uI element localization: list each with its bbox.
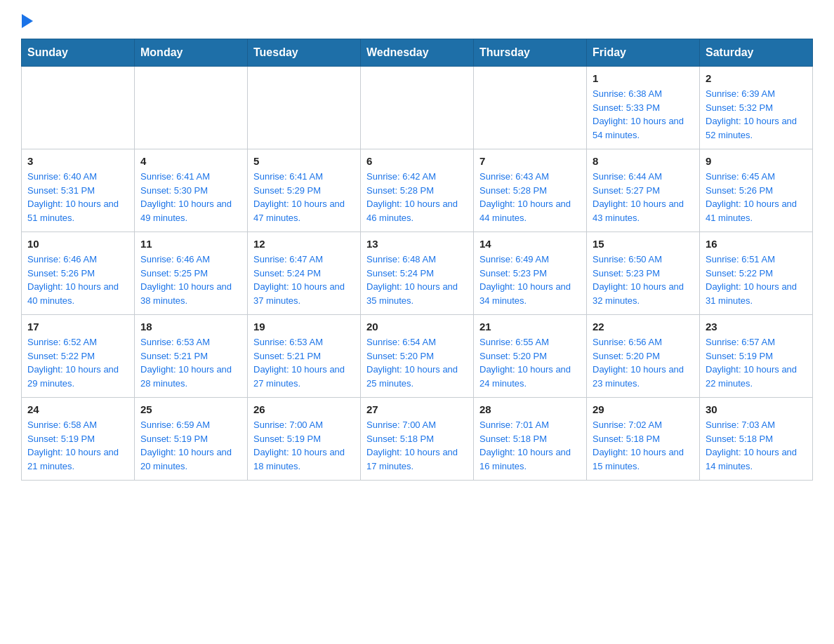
day-number: 27 [366, 403, 468, 415]
sun-info: Sunrise: 7:02 AMSunset: 5:18 PMDaylight:… [593, 418, 694, 473]
calendar-week-2: 3Sunrise: 6:40 AMSunset: 5:31 PMDaylight… [22, 149, 813, 232]
header-thursday: Thursday [474, 39, 587, 67]
calendar-cell: 10Sunrise: 6:46 AMSunset: 5:26 PMDayligh… [22, 232, 135, 315]
sun-info: Sunrise: 6:47 AMSunset: 5:24 PMDaylight:… [253, 253, 355, 307]
calendar-cell: 2Sunrise: 6:39 AMSunset: 5:32 PMDaylight… [700, 67, 813, 149]
sun-info: Sunrise: 6:50 AMSunset: 5:23 PMDaylight:… [593, 253, 694, 307]
header-monday: Monday [135, 39, 248, 67]
day-number: 2 [706, 72, 807, 84]
sun-info: Sunrise: 6:41 AMSunset: 5:30 PMDaylight:… [140, 170, 241, 224]
sun-info: Sunrise: 6:56 AMSunset: 5:20 PMDaylight:… [593, 335, 694, 390]
sun-info: Sunrise: 6:44 AMSunset: 5:27 PMDaylight:… [593, 170, 694, 224]
sun-info: Sunrise: 6:57 AMSunset: 5:19 PMDaylight:… [706, 335, 807, 390]
calendar-cell: 30Sunrise: 7:03 AMSunset: 5:18 PMDayligh… [700, 398, 813, 481]
calendar-cell: 20Sunrise: 6:54 AMSunset: 5:20 PMDayligh… [361, 315, 474, 398]
day-number: 15 [593, 238, 694, 250]
day-number: 30 [706, 403, 807, 415]
calendar-cell: 26Sunrise: 7:00 AMSunset: 5:19 PMDayligh… [248, 398, 361, 481]
calendar-cell: 24Sunrise: 6:58 AMSunset: 5:19 PMDayligh… [22, 398, 135, 481]
day-number: 19 [253, 321, 355, 333]
calendar-cell: 21Sunrise: 6:55 AMSunset: 5:20 PMDayligh… [474, 315, 587, 398]
calendar-cell: 18Sunrise: 6:53 AMSunset: 5:21 PMDayligh… [135, 315, 248, 398]
sun-info: Sunrise: 7:03 AMSunset: 5:18 PMDaylight:… [706, 418, 807, 473]
calendar-cell: 29Sunrise: 7:02 AMSunset: 5:18 PMDayligh… [587, 398, 700, 481]
calendar-cell: 6Sunrise: 6:42 AMSunset: 5:28 PMDaylight… [361, 149, 474, 232]
calendar-cell: 23Sunrise: 6:57 AMSunset: 5:19 PMDayligh… [700, 315, 813, 398]
day-number: 14 [479, 238, 581, 250]
day-number: 24 [27, 403, 128, 415]
calendar-cell: 17Sunrise: 6:52 AMSunset: 5:22 PMDayligh… [22, 315, 135, 398]
day-number: 16 [706, 238, 807, 250]
sun-info: Sunrise: 7:00 AMSunset: 5:18 PMDaylight:… [366, 418, 468, 473]
calendar-cell: 8Sunrise: 6:44 AMSunset: 5:27 PMDaylight… [587, 149, 700, 232]
svg-marker-0 [22, 14, 33, 28]
header-tuesday: Tuesday [248, 39, 361, 67]
day-number: 4 [140, 155, 241, 167]
day-number: 12 [253, 238, 355, 250]
day-number: 26 [253, 403, 355, 415]
day-number: 9 [706, 155, 807, 167]
calendar-cell: 4Sunrise: 6:41 AMSunset: 5:30 PMDaylight… [135, 149, 248, 232]
header-saturday: Saturday [700, 39, 813, 67]
sun-info: Sunrise: 6:52 AMSunset: 5:22 PMDaylight:… [27, 335, 128, 390]
sun-info: Sunrise: 6:46 AMSunset: 5:26 PMDaylight:… [27, 253, 128, 307]
sun-info: Sunrise: 6:53 AMSunset: 5:21 PMDaylight:… [140, 335, 241, 390]
calendar-cell: 1Sunrise: 6:38 AMSunset: 5:33 PMDaylight… [587, 67, 700, 149]
page-header [21, 14, 813, 26]
day-number: 20 [366, 321, 468, 333]
day-number: 25 [140, 403, 241, 415]
sun-info: Sunrise: 7:01 AMSunset: 5:18 PMDaylight:… [479, 418, 581, 473]
sun-info: Sunrise: 6:39 AMSunset: 5:32 PMDaylight:… [706, 87, 807, 142]
calendar-cell: 25Sunrise: 6:59 AMSunset: 5:19 PMDayligh… [135, 398, 248, 481]
day-number: 17 [27, 321, 128, 333]
calendar-cell: 13Sunrise: 6:48 AMSunset: 5:24 PMDayligh… [361, 232, 474, 315]
day-number: 6 [366, 155, 468, 167]
calendar-table: SundayMondayTuesdayWednesdayThursdayFrid… [21, 39, 813, 481]
sun-info: Sunrise: 6:45 AMSunset: 5:26 PMDaylight:… [706, 170, 807, 224]
sun-info: Sunrise: 7:00 AMSunset: 5:19 PMDaylight:… [253, 418, 355, 473]
calendar-cell: 27Sunrise: 7:00 AMSunset: 5:18 PMDayligh… [361, 398, 474, 481]
sun-info: Sunrise: 6:54 AMSunset: 5:20 PMDaylight:… [366, 335, 468, 390]
day-number: 8 [593, 155, 694, 167]
calendar-cell [248, 67, 361, 149]
calendar-cell: 16Sunrise: 6:51 AMSunset: 5:22 PMDayligh… [700, 232, 813, 315]
sun-info: Sunrise: 6:49 AMSunset: 5:23 PMDaylight:… [479, 253, 581, 307]
calendar-cell: 28Sunrise: 7:01 AMSunset: 5:18 PMDayligh… [474, 398, 587, 481]
logo [21, 14, 33, 26]
calendar-cell: 15Sunrise: 6:50 AMSunset: 5:23 PMDayligh… [587, 232, 700, 315]
calendar-cell: 12Sunrise: 6:47 AMSunset: 5:24 PMDayligh… [248, 232, 361, 315]
calendar-header-row: SundayMondayTuesdayWednesdayThursdayFrid… [22, 39, 813, 67]
calendar-cell: 9Sunrise: 6:45 AMSunset: 5:26 PMDaylight… [700, 149, 813, 232]
sun-info: Sunrise: 6:43 AMSunset: 5:28 PMDaylight:… [479, 170, 581, 224]
day-number: 29 [593, 403, 694, 415]
calendar-cell [474, 67, 587, 149]
calendar-week-5: 24Sunrise: 6:58 AMSunset: 5:19 PMDayligh… [22, 398, 813, 481]
calendar-cell: 22Sunrise: 6:56 AMSunset: 5:20 PMDayligh… [587, 315, 700, 398]
calendar-cell [135, 67, 248, 149]
header-sunday: Sunday [22, 39, 135, 67]
day-number: 10 [27, 238, 128, 250]
day-number: 23 [706, 321, 807, 333]
sun-info: Sunrise: 6:48 AMSunset: 5:24 PMDaylight:… [366, 253, 468, 307]
day-number: 7 [479, 155, 581, 167]
header-friday: Friday [587, 39, 700, 67]
day-number: 28 [479, 403, 581, 415]
calendar-cell: 3Sunrise: 6:40 AMSunset: 5:31 PMDaylight… [22, 149, 135, 232]
calendar-cell [22, 67, 135, 149]
sun-info: Sunrise: 6:51 AMSunset: 5:22 PMDaylight:… [706, 253, 807, 307]
sun-info: Sunrise: 6:42 AMSunset: 5:28 PMDaylight:… [366, 170, 468, 224]
day-number: 21 [479, 321, 581, 333]
sun-info: Sunrise: 6:40 AMSunset: 5:31 PMDaylight:… [27, 170, 128, 224]
calendar-cell: 11Sunrise: 6:46 AMSunset: 5:25 PMDayligh… [135, 232, 248, 315]
day-number: 11 [140, 238, 241, 250]
sun-info: Sunrise: 6:46 AMSunset: 5:25 PMDaylight:… [140, 253, 241, 307]
header-wednesday: Wednesday [361, 39, 474, 67]
calendar-cell [361, 67, 474, 149]
calendar-cell: 7Sunrise: 6:43 AMSunset: 5:28 PMDaylight… [474, 149, 587, 232]
calendar-cell: 5Sunrise: 6:41 AMSunset: 5:29 PMDaylight… [248, 149, 361, 232]
day-number: 5 [253, 155, 355, 167]
day-number: 22 [593, 321, 694, 333]
day-number: 3 [27, 155, 128, 167]
logo-chevron-icon [22, 14, 33, 29]
day-number: 13 [366, 238, 468, 250]
